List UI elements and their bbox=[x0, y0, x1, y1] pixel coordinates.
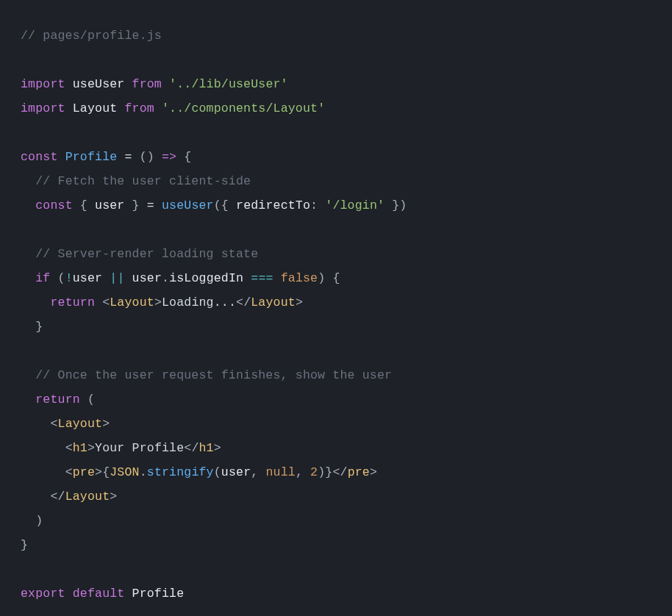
operator: || bbox=[102, 271, 132, 285]
paren: ) { bbox=[318, 271, 340, 285]
code-comment: // Server-render loading state bbox=[35, 247, 258, 261]
dot: . bbox=[140, 465, 147, 479]
keyword-if: if bbox=[35, 271, 50, 285]
angle: </ bbox=[236, 296, 251, 309]
parens: () bbox=[140, 150, 154, 164]
jsx-tag: Layout bbox=[58, 417, 103, 431]
jsx-tag: Layout bbox=[110, 296, 154, 309]
comma: , bbox=[296, 465, 310, 479]
angle: > bbox=[370, 465, 377, 479]
colon: : bbox=[310, 198, 325, 212]
paren: ) bbox=[318, 465, 325, 479]
brace: } bbox=[124, 198, 146, 212]
angle: < bbox=[102, 296, 110, 309]
string-literal: '../lib/useUser' bbox=[169, 77, 288, 91]
keyword-return: return bbox=[35, 393, 80, 407]
keyword-import: import bbox=[21, 101, 65, 115]
angle: > bbox=[154, 296, 162, 309]
constant: false bbox=[281, 271, 318, 285]
angle: > bbox=[296, 296, 303, 309]
keyword-export: export bbox=[21, 587, 65, 601]
paren: ( bbox=[50, 271, 65, 285]
angle: </ bbox=[50, 490, 65, 504]
angle: < bbox=[65, 465, 73, 479]
identifier: Layout bbox=[73, 101, 118, 115]
string-literal: '../components/Layout' bbox=[162, 101, 325, 115]
identifier: Profile bbox=[132, 587, 185, 601]
angle: < bbox=[50, 417, 57, 431]
code-comment: // pages/profile.js bbox=[21, 29, 162, 43]
function-call: useUser bbox=[162, 198, 214, 212]
string-literal: '/login' bbox=[325, 198, 385, 212]
identifier: user bbox=[73, 271, 102, 285]
keyword-import: import bbox=[21, 77, 65, 91]
constant: null bbox=[265, 465, 295, 479]
brace: } bbox=[21, 538, 28, 552]
keyword-const: const bbox=[21, 150, 58, 164]
method: stringify bbox=[147, 465, 214, 479]
constant: 2 bbox=[310, 465, 318, 479]
angle: </ bbox=[184, 441, 199, 455]
operator: = bbox=[147, 198, 162, 212]
jsx-tag: Layout bbox=[65, 490, 110, 504]
dot: . bbox=[162, 271, 169, 285]
arrow: => bbox=[154, 150, 184, 164]
code-comment: // Once the user request finishes, show … bbox=[35, 368, 392, 382]
brace: } bbox=[35, 320, 43, 334]
jsx-tag: pre bbox=[73, 465, 95, 479]
identifier: useUser bbox=[73, 77, 125, 91]
space bbox=[95, 296, 102, 309]
paren: ({ bbox=[214, 198, 236, 212]
angle: > bbox=[110, 490, 117, 504]
keyword-const: const bbox=[35, 198, 73, 212]
brace: } bbox=[325, 465, 332, 479]
angle: > bbox=[102, 417, 110, 431]
comma: , bbox=[251, 465, 265, 479]
angle: < bbox=[65, 441, 73, 455]
keyword-return: return bbox=[50, 296, 95, 309]
identifier: user bbox=[221, 465, 251, 479]
property: isLoggedIn bbox=[169, 271, 243, 285]
paren: }) bbox=[385, 198, 407, 212]
jsx-tag: h1 bbox=[199, 441, 214, 455]
brace: { bbox=[184, 150, 191, 164]
code-comment: // Fetch the user client-side bbox=[35, 174, 251, 188]
paren: ( bbox=[80, 393, 95, 407]
angle: > bbox=[87, 441, 95, 455]
angle: > bbox=[95, 465, 102, 479]
keyword-from: from bbox=[124, 101, 154, 115]
angle: </ bbox=[332, 465, 347, 479]
operator: === bbox=[243, 271, 281, 285]
operator: ! bbox=[65, 271, 73, 285]
identifier: user bbox=[95, 198, 124, 212]
angle: > bbox=[214, 441, 221, 455]
jsx-tag: pre bbox=[348, 465, 370, 479]
keyword-default: default bbox=[73, 587, 125, 601]
jsx-text: Loading... bbox=[162, 296, 236, 309]
operator: = bbox=[117, 150, 139, 164]
brace: { bbox=[73, 198, 95, 212]
code-block: // pages/profile.js import useUser from … bbox=[21, 24, 651, 606]
jsx-tag: Layout bbox=[251, 296, 296, 309]
function-name: Profile bbox=[65, 150, 118, 164]
paren: ) bbox=[35, 514, 43, 528]
identifier: JSON bbox=[110, 465, 139, 479]
brace: { bbox=[102, 465, 110, 479]
keyword-from: from bbox=[132, 77, 162, 91]
identifier: user bbox=[132, 271, 162, 285]
property: redirectTo bbox=[236, 198, 310, 212]
jsx-text: Your Profile bbox=[95, 441, 184, 455]
jsx-tag: h1 bbox=[73, 441, 87, 455]
paren: ( bbox=[214, 465, 221, 479]
